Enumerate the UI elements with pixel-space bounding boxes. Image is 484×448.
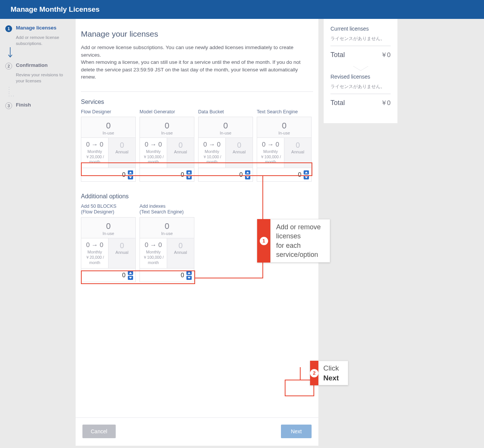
revised-licenses-empty: ライセンスがありません。 xyxy=(330,83,391,90)
step-down-button[interactable] xyxy=(128,276,133,280)
license-card-label: Text Search Engine xyxy=(257,109,312,115)
quantity-input[interactable] xyxy=(155,171,185,178)
step-1-desc: Add or remove license subscriptions. xyxy=(16,34,69,46)
quantity-stepper[interactable] xyxy=(140,168,194,182)
current-total-label: Total xyxy=(330,51,345,59)
plan-row: 0 → 0 Monthly ￥20,000 / month 0 Annual xyxy=(81,138,136,168)
quantity-stepper[interactable] xyxy=(198,168,253,182)
quantity-input[interactable] xyxy=(213,171,244,178)
annotation-2-connector xyxy=(300,367,301,380)
quantity-stepper[interactable] xyxy=(81,168,136,182)
current-licenses-heading: Current licenses xyxy=(330,26,391,32)
revised-total-row: Total ￥0 xyxy=(330,99,391,107)
step-down-button[interactable] xyxy=(128,175,133,179)
monthly-label: Monthly xyxy=(199,149,225,154)
monthly-price: ￥100,000 / month xyxy=(141,154,166,165)
annual-label: Annual xyxy=(109,250,135,255)
chevron-down-icon xyxy=(330,66,391,71)
quantity-input[interactable] xyxy=(272,171,302,178)
cancel-button[interactable]: Cancel xyxy=(82,425,116,438)
license-card-label: Flow Designer xyxy=(81,109,136,115)
inuse-box: 0 In-use xyxy=(140,217,194,238)
monthly-change: 0 → 0 xyxy=(199,141,225,148)
inuse-label: In-use xyxy=(81,131,135,135)
license-card: Flow Designer 0 In-use 0 → 0 Monthly ￥20… xyxy=(81,109,136,182)
annotation-1-connector-h xyxy=(195,278,263,278)
annual-label: Annual xyxy=(168,250,193,255)
inuse-label: In-use xyxy=(140,231,194,236)
next-button[interactable]: Next xyxy=(281,425,312,438)
step-2: 2 Confirmation xyxy=(5,62,70,70)
step-down-button[interactable] xyxy=(186,175,192,179)
monthly-label: Monthly xyxy=(141,149,166,154)
quantity-stepper[interactable] xyxy=(257,168,312,182)
quantity-stepper[interactable] xyxy=(81,269,136,282)
annual-count: 0 xyxy=(109,141,135,150)
step-up-button[interactable] xyxy=(128,271,133,275)
license-card-label: Add indexes(Text Search Engine) xyxy=(140,204,194,216)
step-1: 1 Manage licenses xyxy=(5,25,70,32)
monthly-cell: 0 → 0 Monthly ￥100,000 / month xyxy=(257,138,284,168)
step-down-button[interactable] xyxy=(245,175,250,179)
annotation-2: 2 Click Next xyxy=(310,361,348,385)
current-total-row: Total ￥0 xyxy=(330,51,391,59)
inuse-label: In-use xyxy=(199,131,253,135)
annual-cell: 0 Annual xyxy=(226,138,253,168)
license-card: Text Search Engine 0 In-use 0 → 0 Monthl… xyxy=(257,109,312,182)
license-card-label: Data Bucket xyxy=(198,109,253,115)
summary-divider-2 xyxy=(330,94,391,94)
step-up-button[interactable] xyxy=(245,170,250,175)
annual-label: Annual xyxy=(226,150,252,154)
annual-cell: 0 Annual xyxy=(109,238,135,268)
monthly-cell: 0 → 0 Monthly ￥10,000 / month xyxy=(199,138,226,168)
inuse-box: 0 In-use xyxy=(81,217,136,238)
license-card-label: Model Generator xyxy=(140,109,194,115)
footer-bar: Cancel Next xyxy=(76,417,318,438)
page-header: Manage Monthly Licenses xyxy=(0,0,484,19)
annotation-2-badge: 2 xyxy=(310,361,318,385)
inuse-label: In-use xyxy=(81,231,135,236)
annotation-1-text: Add or remove licenses for each service/… xyxy=(270,219,330,263)
inuse-count: 0 xyxy=(140,121,194,131)
inuse-count: 0 xyxy=(199,121,253,131)
step-up-button[interactable] xyxy=(186,271,192,275)
step-2-desc: Review your revisions to your licenses xyxy=(16,72,69,84)
revised-total-value: ￥0 xyxy=(381,99,391,107)
step-3: 3 Finish xyxy=(5,102,70,109)
plan-row: 0 → 0 Monthly ￥100,000 / month 0 Annual xyxy=(140,238,194,269)
license-card-label: Add 50 BLOCKS(Flow Designer) xyxy=(81,204,136,216)
quantity-stepper[interactable] xyxy=(140,269,194,282)
monthly-change: 0 → 0 xyxy=(258,141,283,148)
quantity-input[interactable] xyxy=(96,272,126,279)
monthly-label: Monthly xyxy=(82,149,107,154)
annual-count: 0 xyxy=(109,241,135,250)
annual-cell: 0 Annual xyxy=(109,138,135,168)
license-card: Model Generator 0 In-use 0 → 0 Monthly ￥… xyxy=(140,109,194,182)
inuse-label: In-use xyxy=(140,131,194,135)
annual-cell: 0 Annual xyxy=(167,238,194,268)
license-card: Add indexes(Text Search Engine) 0 In-use… xyxy=(140,204,194,282)
annual-cell: 0 Annual xyxy=(167,138,194,168)
step-3-title: Finish xyxy=(16,102,31,108)
quantity-input[interactable] xyxy=(96,171,126,178)
monthly-price: ￥100,000 / month xyxy=(258,154,283,165)
monthly-price: ￥20,000 / month xyxy=(82,255,107,265)
step-up-button[interactable] xyxy=(186,170,192,175)
monthly-price: ￥10,000 / month xyxy=(199,154,225,165)
monthly-price: ￥20,000 / month xyxy=(82,154,107,165)
plan-row: 0 → 0 Monthly ￥100,000 / month 0 Annual xyxy=(257,138,312,168)
main-panel: Manage your licenses Add or remove licen… xyxy=(76,19,318,446)
quantity-input[interactable] xyxy=(155,272,185,279)
step-up-button[interactable] xyxy=(304,170,309,175)
plan-row: 0 → 0 Monthly ￥20,000 / month 0 Annual xyxy=(81,238,136,269)
inuse-box: 0 In-use xyxy=(257,117,312,138)
inuse-count: 0 xyxy=(81,121,135,131)
inuse-count: 0 xyxy=(140,221,194,231)
plan-row: 0 → 0 Monthly ￥100,000 / month 0 Annual xyxy=(140,138,194,168)
step-down-button[interactable] xyxy=(186,276,192,280)
inuse-count: 0 xyxy=(257,121,311,131)
annual-count: 0 xyxy=(226,141,252,150)
step-up-button[interactable] xyxy=(128,170,133,175)
annual-count: 0 xyxy=(168,141,193,150)
step-down-button[interactable] xyxy=(304,175,309,179)
